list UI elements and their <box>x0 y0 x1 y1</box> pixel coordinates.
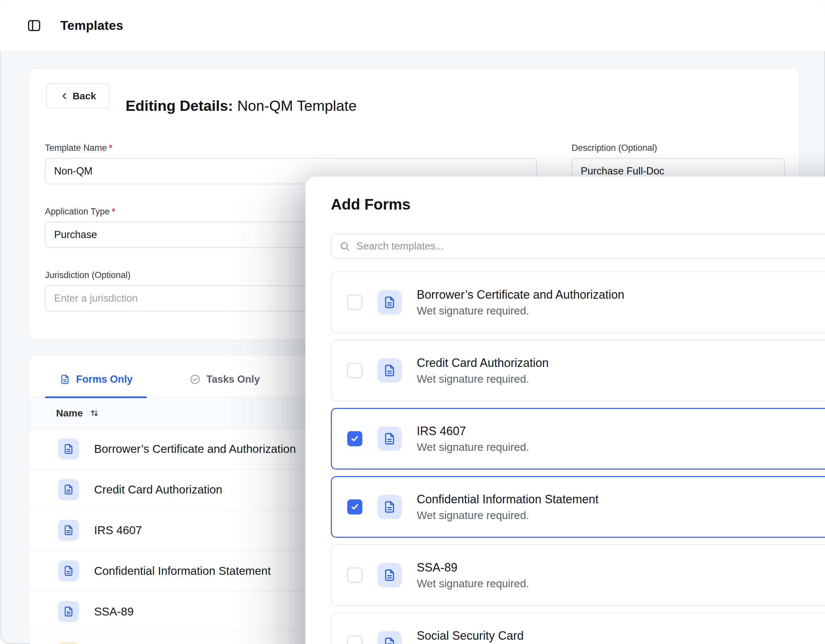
form-card[interactable]: SSA-89 Wet signature required. <box>331 544 825 606</box>
form-card-text: IRS 4607 Wet signature required. <box>417 424 529 454</box>
sort-arrows-icon <box>90 408 99 418</box>
row-name: SSA-89 <box>94 605 134 618</box>
tab-forms-only[interactable]: Forms Only <box>45 361 147 397</box>
form-card[interactable]: Social Security Card Wet signature requi… <box>331 613 825 644</box>
description-label: Description (Optional) <box>572 143 657 153</box>
document-icon <box>58 479 79 500</box>
document-icon <box>58 439 79 459</box>
task-icon <box>58 642 79 644</box>
required-marker: * <box>109 143 113 153</box>
form-card-title: IRS 4607 <box>417 424 529 438</box>
sidebar-panel-icon <box>26 18 42 33</box>
circle-check-icon <box>190 374 201 385</box>
row-name: Borrower’s Certificate and Authorization <box>94 442 296 456</box>
name-column-header: Name <box>56 408 83 419</box>
form-card[interactable]: IRS 4607 Wet signature required. <box>331 408 825 469</box>
editor-heading-prefix: Editing Details: <box>125 97 233 114</box>
editor-heading-template-name: Non-QM Template <box>237 97 357 114</box>
form-card[interactable]: Borrower’s Certificate and Authorization… <box>331 272 825 333</box>
form-card-title: Social Security Card <box>417 629 529 643</box>
chevron-left-icon <box>60 91 69 101</box>
form-card-text: Credit Card Authorization Wet signature … <box>417 356 548 385</box>
form-checkbox[interactable] <box>347 499 362 514</box>
jurisdiction-label: Jurisdiction (Optional) <box>45 270 130 280</box>
page-title: Templates <box>60 19 123 33</box>
modal-form-list: Borrower’s Certificate and Authorization… <box>331 272 825 644</box>
sidebar-toggle-button[interactable] <box>25 16 43 35</box>
row-name: IRS 4607 <box>94 524 142 537</box>
form-card-title: SSA-89 <box>417 561 529 575</box>
document-icon <box>58 520 79 541</box>
form-checkbox[interactable] <box>347 431 362 446</box>
row-name: Credit Card Authorization <box>94 483 222 496</box>
required-marker: * <box>112 207 116 216</box>
form-card-title: Confidential Information Statement <box>417 493 598 506</box>
form-card-text: SSA-89 Wet signature required. <box>417 561 529 590</box>
app-header: Templates <box>0 0 825 51</box>
form-card-text: Confidential Information Statement Wet s… <box>417 493 598 522</box>
form-card[interactable]: Credit Card Authorization Wet signature … <box>331 340 825 402</box>
search-box[interactable] <box>331 233 825 259</box>
form-card-text: Borrower’s Certificate and Authorization… <box>417 288 624 317</box>
form-checkbox[interactable] <box>347 636 362 644</box>
back-button[interactable]: Back <box>46 83 110 108</box>
template-name-label: Template Name* <box>45 143 113 153</box>
document-icon <box>377 563 402 587</box>
sort-button[interactable] <box>90 408 99 418</box>
document-icon <box>377 631 402 644</box>
back-button-label: Back <box>73 91 96 102</box>
search-input[interactable] <box>356 240 825 252</box>
form-card-text: Social Security Card Wet signature requi… <box>417 629 529 644</box>
add-forms-modal: Add Forms Borrower’s Certificate and Aut… <box>305 176 825 644</box>
form-checkbox[interactable] <box>347 568 362 583</box>
form-card-subtitle: Wet signature required. <box>417 304 624 317</box>
form-card-title: Borrower’s Certificate and Authorization <box>417 288 624 302</box>
check-icon <box>350 434 360 444</box>
document-icon <box>377 426 402 451</box>
check-icon <box>350 502 360 512</box>
modal-title: Add Forms <box>331 196 825 213</box>
row-name: Confidential Information Statement <box>94 564 271 578</box>
form-card-subtitle: Wet signature required. <box>417 373 548 385</box>
form-card-subtitle: Wet signature required. <box>417 509 598 522</box>
tab-tasks-only[interactable]: Tasks Only <box>175 361 274 397</box>
form-card-subtitle: Wet signature required. <box>417 441 529 454</box>
tab-tasks-only-label: Tasks Only <box>206 374 260 385</box>
document-icon <box>377 290 402 315</box>
form-card[interactable]: Confidential Information Statement Wet s… <box>331 476 825 538</box>
form-card-title: Credit Card Authorization <box>417 356 548 370</box>
tab-forms-only-label: Forms Only <box>76 374 133 385</box>
document-icon <box>377 358 402 383</box>
editor-heading: Editing Details: Non-QM Template <box>125 93 357 118</box>
form-checkbox[interactable] <box>347 295 362 310</box>
document-icon <box>58 561 79 581</box>
document-icon <box>377 495 402 519</box>
form-checkbox[interactable] <box>347 363 362 378</box>
document-icon <box>58 601 79 622</box>
search-icon <box>339 241 350 252</box>
form-card-subtitle: Wet signature required. <box>417 578 529 590</box>
document-icon <box>59 374 71 385</box>
app-frame: Templates Back Editing Details: Non-QM T… <box>0 0 825 644</box>
application-type-label: Application Type* <box>45 207 115 217</box>
